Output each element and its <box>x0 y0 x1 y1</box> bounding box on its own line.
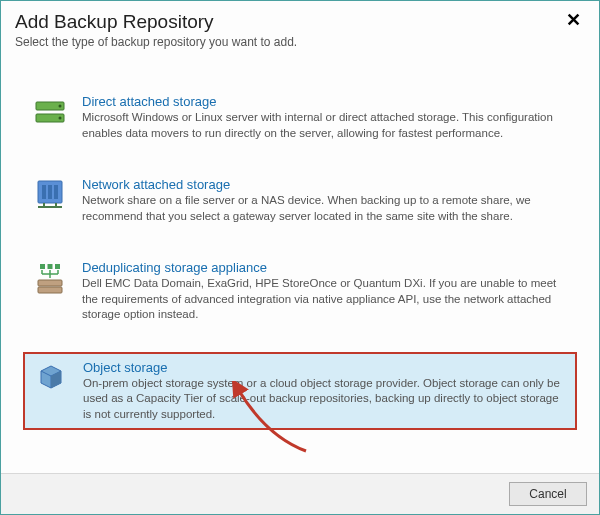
svg-rect-11 <box>38 280 62 286</box>
options-list: Direct attached storage Microsoft Window… <box>1 63 599 473</box>
nas-icon <box>32 177 68 213</box>
option-desc: On-prem object storage system or a cloud… <box>83 376 567 423</box>
svg-rect-6 <box>48 185 52 199</box>
option-body: Deduplicating storage appliance Dell EMC… <box>82 260 568 323</box>
svg-rect-10 <box>55 264 60 269</box>
option-deduplicating-storage-appliance[interactable]: Deduplicating storage appliance Dell EMC… <box>23 253 577 330</box>
cancel-button[interactable]: Cancel <box>509 482 587 506</box>
titlebar: Add Backup Repository ✕ <box>1 1 599 33</box>
svg-point-2 <box>59 105 62 108</box>
add-backup-repository-dialog: Add Backup Repository ✕ Select the type … <box>0 0 600 515</box>
dialog-footer: Cancel <box>1 473 599 514</box>
option-title: Deduplicating storage appliance <box>82 260 568 275</box>
svg-rect-5 <box>42 185 46 199</box>
dedup-appliance-icon <box>32 260 68 296</box>
svg-rect-9 <box>48 264 53 269</box>
option-desc: Network share on a file server or a NAS … <box>82 193 568 224</box>
option-desc: Microsoft Windows or Linux server with i… <box>82 110 568 141</box>
svg-rect-8 <box>40 264 45 269</box>
dialog-subtitle: Select the type of backup repository you… <box>1 33 599 63</box>
option-title: Direct attached storage <box>82 94 568 109</box>
dialog-title: Add Backup Repository <box>15 11 214 33</box>
option-network-attached-storage[interactable]: Network attached storage Network share o… <box>23 170 577 231</box>
option-body: Object storage On-prem object storage sy… <box>83 360 567 423</box>
option-body: Network attached storage Network share o… <box>82 177 568 224</box>
option-body: Direct attached storage Microsoft Window… <box>82 94 568 141</box>
close-icon[interactable]: ✕ <box>562 11 585 29</box>
svg-rect-7 <box>54 185 58 199</box>
object-storage-icon <box>33 360 69 396</box>
option-title: Network attached storage <box>82 177 568 192</box>
option-direct-attached-storage[interactable]: Direct attached storage Microsoft Window… <box>23 87 577 148</box>
option-object-storage[interactable]: Object storage On-prem object storage sy… <box>23 352 577 431</box>
option-desc: Dell EMC Data Domain, ExaGrid, HPE Store… <box>82 276 568 323</box>
hard-drive-icon <box>32 94 68 130</box>
option-title: Object storage <box>83 360 567 375</box>
svg-point-3 <box>59 117 62 120</box>
svg-rect-12 <box>38 287 62 293</box>
